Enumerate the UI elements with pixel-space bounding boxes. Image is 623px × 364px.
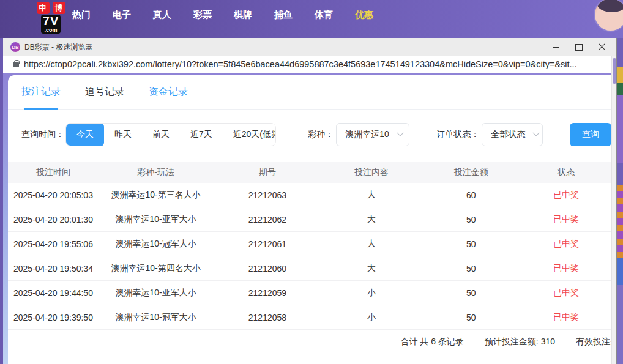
nav-item-7[interactable]: 体育 bbox=[315, 9, 333, 21]
time-option-5[interactable]: 近20天(低频) bbox=[223, 123, 276, 146]
page-background: 投注记录追号记录资金记录 查询时间： 今天昨天前天近7天近20天(低频) 彩种：… bbox=[3, 73, 611, 364]
nav-item-1[interactable]: 热门 bbox=[72, 9, 91, 21]
cell: 小 bbox=[322, 312, 422, 323]
browser-scrollbar[interactable] bbox=[611, 56, 616, 364]
bet-records-table: 投注时间彩种-玩法期号投注内容投注金额状态 2025-04-20 20:05:0… bbox=[8, 162, 611, 330]
site-logo[interactable]: 申博 7V .com bbox=[34, 2, 68, 34]
cell: 大 bbox=[322, 214, 422, 225]
browser-favicon-icon: DB bbox=[10, 42, 20, 52]
filters-row: 查询时间： 今天昨天前天近7天近20天(低频) 彩种： 澳洲幸运10 订单状态：… bbox=[21, 123, 611, 146]
time-option-4[interactable]: 近7天 bbox=[180, 123, 223, 146]
window-controls bbox=[544, 38, 614, 56]
logo-com-text: .com bbox=[44, 28, 57, 32]
column-header-4: 投注内容 bbox=[322, 167, 422, 178]
status-cell: 已中奖 bbox=[521, 190, 611, 201]
cell: 2025-04-20 19:39:50 bbox=[8, 313, 99, 322]
valid-amount-text: 有效投注金额 bbox=[576, 336, 611, 347]
nav-item-2[interactable]: 电子 bbox=[113, 9, 131, 21]
browser-urlbar[interactable]: https://ctop02pcali.2kbxi392.com/lottery… bbox=[3, 56, 616, 72]
search-button[interactable]: 查询 bbox=[570, 123, 611, 146]
expected-amount-text: 预计投注金额: 310 bbox=[485, 336, 555, 347]
cell: 50 bbox=[421, 239, 521, 249]
user-avatar-icon[interactable] bbox=[594, 0, 623, 32]
nav-item-6[interactable]: 捕鱼 bbox=[274, 9, 293, 21]
background-page-strip bbox=[617, 38, 623, 364]
cell: 2025-04-20 19:55:06 bbox=[8, 239, 99, 249]
nav-item-4[interactable]: 彩票 bbox=[193, 9, 212, 21]
tab-label: 投注记录 bbox=[21, 86, 61, 98]
screen: 申博 7V .com 热门电子真人彩票棋牌捕鱼体育优惠 DB DB彩票 - 极速… bbox=[0, 0, 623, 364]
table-row[interactable]: 2025-04-20 20:01:30澳洲幸运10-亚军大小21212062大5… bbox=[8, 207, 611, 232]
browser-titlebar[interactable]: DB DB彩票 - 极速浏览器 bbox=[3, 38, 616, 56]
logo-char-2: 博 bbox=[53, 2, 65, 14]
tab-3[interactable]: 资金记录 bbox=[149, 75, 188, 110]
column-header-5: 投注金额 bbox=[421, 167, 521, 178]
column-header-1: 投注时间 bbox=[8, 167, 99, 178]
lottery-select[interactable]: 澳洲幸运10 bbox=[336, 123, 409, 146]
scrollbar-thumb[interactable] bbox=[613, 58, 616, 84]
cell: 澳洲幸运10-冠军大小 bbox=[99, 239, 213, 250]
cell: 50 bbox=[421, 264, 521, 273]
time-option-3[interactable]: 前天 bbox=[142, 123, 180, 146]
table-header-row: 投注时间彩种-玩法期号投注内容投注金额状态 bbox=[8, 162, 611, 183]
cell: 60 bbox=[421, 190, 521, 200]
cell: 21212060 bbox=[213, 264, 321, 273]
status-cell: 已中奖 bbox=[521, 312, 611, 323]
close-button[interactable] bbox=[591, 38, 614, 56]
chevron-down-icon bbox=[397, 130, 404, 136]
summary-row: 合计 共 6 条记录 预计投注金额: 310 有效投注金额 bbox=[8, 330, 611, 354]
nav-item-5[interactable]: 棋牌 bbox=[234, 9, 252, 21]
lock-icon bbox=[13, 62, 19, 67]
cell: 大 bbox=[322, 190, 422, 201]
minimize-button[interactable] bbox=[544, 38, 567, 56]
cell: 50 bbox=[421, 313, 521, 322]
site-nav: 热门电子真人彩票棋牌捕鱼体育优惠 bbox=[72, 0, 373, 29]
url-text[interactable]: https://ctop02pcali.2kbxi392.com/lottery… bbox=[24, 59, 577, 69]
cell: 21212061 bbox=[213, 239, 321, 249]
lottery-select-value: 澳洲幸运10 bbox=[345, 129, 389, 140]
tab-2[interactable]: 追号记录 bbox=[85, 75, 124, 110]
browser-window: DB DB彩票 - 极速浏览器 https://ctop02pcali.2kbx… bbox=[3, 38, 617, 364]
cell: 澳洲幸运10-亚军大小 bbox=[99, 214, 213, 225]
active-tab-underline bbox=[24, 108, 58, 110]
time-range-group: 今天昨天前天近7天近20天(低频) bbox=[65, 123, 276, 146]
status-cell: 已中奖 bbox=[521, 214, 611, 225]
cell: 澳洲幸运10-第四名大小 bbox=[99, 263, 213, 274]
column-header-3: 期号 bbox=[213, 167, 321, 178]
table-row[interactable]: 2025-04-20 20:05:03澳洲幸运10-第三名大小21212063大… bbox=[8, 183, 611, 207]
logo-7v-text: 7V bbox=[43, 15, 59, 28]
cell: 小 bbox=[322, 288, 422, 299]
time-filter-label: 查询时间： bbox=[21, 129, 64, 140]
cell: 50 bbox=[421, 288, 521, 298]
nav-item-3[interactable]: 真人 bbox=[153, 9, 171, 21]
maximize-button[interactable] bbox=[567, 38, 591, 56]
cell: 21212059 bbox=[213, 288, 321, 298]
total-records-text: 合计 共 6 条记录 bbox=[400, 336, 463, 347]
chevron-down-icon bbox=[533, 130, 540, 136]
tab-1[interactable]: 投注记录 bbox=[21, 75, 61, 110]
table-row[interactable]: 2025-04-20 19:44:50澳洲幸运10-亚军大小21212059小5… bbox=[8, 281, 611, 305]
table-row[interactable]: 2025-04-20 19:55:06澳洲幸运10-冠军大小21212061大5… bbox=[8, 232, 611, 256]
status-cell: 已中奖 bbox=[521, 288, 611, 299]
cell: 21212058 bbox=[213, 313, 321, 322]
cell: 澳洲幸运10-亚军大小 bbox=[99, 288, 213, 299]
nav-item-8[interactable]: 优惠 bbox=[355, 9, 373, 21]
order-status-select[interactable]: 全部状态 bbox=[482, 123, 543, 146]
cell: 2025-04-20 20:01:30 bbox=[8, 215, 99, 225]
records-card: 投注记录追号记录资金记录 查询时间： 今天昨天前天近7天近20天(低频) 彩种：… bbox=[8, 75, 611, 364]
cell: 2025-04-20 19:44:50 bbox=[8, 288, 99, 298]
tab-label: 追号记录 bbox=[85, 86, 124, 98]
browser-window-title: DB彩票 - 极速浏览器 bbox=[24, 42, 92, 53]
lottery-filter-label: 彩种： bbox=[308, 129, 334, 140]
cell: 50 bbox=[421, 215, 521, 225]
order-status-value: 全部状态 bbox=[491, 129, 525, 140]
logo-top-chars: 申博 bbox=[37, 2, 65, 14]
time-option-1[interactable]: 今天 bbox=[66, 123, 104, 146]
cell: 大 bbox=[322, 239, 422, 250]
cell: 澳洲幸运10-冠军大小 bbox=[99, 312, 213, 323]
table-row[interactable]: 2025-04-20 19:50:34澳洲幸运10-第四名大小21212060大… bbox=[8, 256, 611, 281]
table-row[interactable]: 2025-04-20 19:39:50澳洲幸运10-冠军大小21212058小5… bbox=[8, 305, 611, 330]
column-header-6: 状态 bbox=[521, 167, 611, 178]
time-option-2[interactable]: 昨天 bbox=[104, 123, 142, 146]
cell: 澳洲幸运10-第三名大小 bbox=[99, 190, 213, 201]
